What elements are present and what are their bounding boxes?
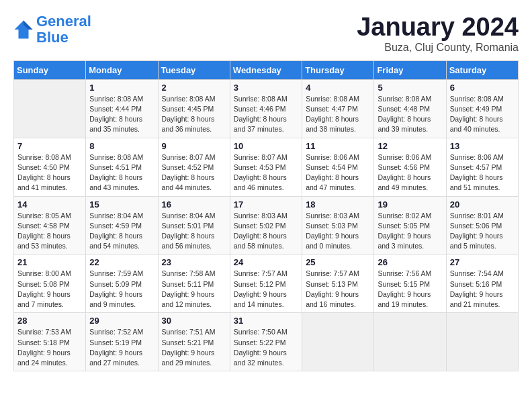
calendar-cell: 26Sunrise: 7:56 AMSunset: 5:15 PMDayligh… [374,255,446,313]
day-info: Sunrise: 8:08 AMSunset: 4:49 PMDaylight:… [450,94,515,135]
day-info: Sunrise: 7:53 AMSunset: 5:18 PMDaylight:… [17,327,82,368]
day-number: 21 [17,257,82,267]
weekday-header-sunday: Sunday [14,60,86,79]
day-info: Sunrise: 8:08 AMSunset: 4:45 PMDaylight:… [162,94,226,135]
day-number: 1 [89,83,154,93]
calendar-week-3: 14Sunrise: 8:05 AMSunset: 4:58 PMDayligh… [14,196,519,255]
day-info: Sunrise: 8:02 AMSunset: 5:05 PMDaylight:… [378,211,442,252]
day-info: Sunrise: 8:03 AMSunset: 5:02 PMDaylight:… [234,211,298,252]
calendar-cell: 15Sunrise: 8:04 AMSunset: 4:59 PMDayligh… [86,196,158,255]
day-info: Sunrise: 7:50 AMSunset: 5:22 PMDaylight:… [234,327,298,368]
logo-text: General Blue [36,13,91,46]
weekday-row: SundayMondayTuesdayWednesdayThursdayFrid… [14,60,519,79]
day-number: 25 [306,257,370,267]
calendar-cell: 23Sunrise: 7:58 AMSunset: 5:11 PMDayligh… [158,255,230,313]
header: General Blue January 2024 Buza, Cluj Cou… [13,13,519,54]
day-number: 26 [378,257,442,267]
calendar-table: SundayMondayTuesdayWednesdayThursdayFrid… [13,60,519,371]
day-info: Sunrise: 7:57 AMSunset: 5:12 PMDaylight:… [234,269,298,310]
calendar-week-1: 1Sunrise: 8:08 AMSunset: 4:44 PMDaylight… [14,79,519,138]
day-info: Sunrise: 8:03 AMSunset: 5:03 PMDaylight:… [306,211,370,252]
calendar-cell: 29Sunrise: 7:52 AMSunset: 5:19 PMDayligh… [86,313,158,371]
location-title: Buza, Cluj County, Romania [357,42,519,54]
day-info: Sunrise: 8:08 AMSunset: 4:51 PMDaylight:… [89,152,154,193]
day-info: Sunrise: 8:06 AMSunset: 4:57 PMDaylight:… [450,152,515,193]
day-number: 27 [450,257,515,267]
calendar-week-5: 28Sunrise: 7:53 AMSunset: 5:18 PMDayligh… [14,313,519,371]
day-info: Sunrise: 7:56 AMSunset: 5:15 PMDaylight:… [378,269,442,310]
day-info: Sunrise: 8:04 AMSunset: 5:01 PMDaylight:… [162,211,226,252]
calendar-cell: 12Sunrise: 8:06 AMSunset: 4:56 PMDayligh… [374,138,446,196]
calendar-cell [374,313,446,371]
day-info: Sunrise: 8:05 AMSunset: 4:58 PMDaylight:… [17,211,82,252]
day-number: 23 [162,257,226,267]
day-info: Sunrise: 8:00 AMSunset: 5:08 PMDaylight:… [17,269,82,310]
day-info: Sunrise: 8:07 AMSunset: 4:52 PMDaylight:… [162,152,226,193]
calendar-cell: 3Sunrise: 8:08 AMSunset: 4:46 PMDaylight… [230,79,302,138]
day-number: 9 [162,141,226,151]
calendar-cell: 31Sunrise: 7:50 AMSunset: 5:22 PMDayligh… [230,313,302,371]
day-number: 5 [378,83,442,93]
day-number: 31 [234,316,298,326]
day-number: 16 [162,199,226,210]
day-number: 8 [89,141,154,151]
logo-icon [13,19,34,40]
day-number: 12 [378,141,442,151]
calendar-cell: 19Sunrise: 8:02 AMSunset: 5:05 PMDayligh… [374,196,446,255]
day-info: Sunrise: 8:08 AMSunset: 4:48 PMDaylight:… [378,94,442,135]
calendar-cell: 14Sunrise: 8:05 AMSunset: 4:58 PMDayligh… [14,196,86,255]
day-number: 29 [89,316,154,326]
day-info: Sunrise: 7:52 AMSunset: 5:19 PMDaylight:… [89,327,154,368]
day-info: Sunrise: 8:04 AMSunset: 4:59 PMDaylight:… [89,211,154,252]
day-number: 7 [17,141,82,151]
day-number: 24 [234,257,298,267]
day-number: 13 [450,141,515,151]
day-number: 18 [306,199,370,210]
calendar-cell: 2Sunrise: 8:08 AMSunset: 4:45 PMDaylight… [158,79,230,138]
calendar-week-4: 21Sunrise: 8:00 AMSunset: 5:08 PMDayligh… [14,255,519,313]
day-number: 2 [162,83,226,93]
day-number: 30 [162,316,226,326]
day-info: Sunrise: 7:58 AMSunset: 5:11 PMDaylight:… [162,269,226,310]
calendar-cell: 20Sunrise: 8:01 AMSunset: 5:06 PMDayligh… [446,196,518,255]
calendar-cell: 21Sunrise: 8:00 AMSunset: 5:08 PMDayligh… [14,255,86,313]
calendar-cell [302,313,374,371]
title-section: January 2024 Buza, Cluj County, Romania [357,13,519,54]
calendar-cell: 25Sunrise: 7:57 AMSunset: 5:13 PMDayligh… [302,255,374,313]
calendar-header: SundayMondayTuesdayWednesdayThursdayFrid… [14,60,519,79]
calendar-cell: 7Sunrise: 8:08 AMSunset: 4:50 PMDaylight… [14,138,86,196]
day-number: 19 [378,199,442,210]
day-number: 20 [450,199,515,210]
calendar-cell: 24Sunrise: 7:57 AMSunset: 5:12 PMDayligh… [230,255,302,313]
calendar-week-2: 7Sunrise: 8:08 AMSunset: 4:50 PMDaylight… [14,138,519,196]
day-number: 14 [17,199,82,210]
day-number: 11 [306,141,370,151]
calendar-cell: 22Sunrise: 7:59 AMSunset: 5:09 PMDayligh… [86,255,158,313]
day-info: Sunrise: 8:07 AMSunset: 4:53 PMDaylight:… [234,152,298,193]
day-number: 22 [89,257,154,267]
day-info: Sunrise: 8:08 AMSunset: 4:47 PMDaylight:… [306,94,370,135]
calendar-cell [14,79,86,138]
day-info: Sunrise: 7:54 AMSunset: 5:16 PMDaylight:… [450,269,515,310]
day-number: 15 [89,199,154,210]
month-title: January 2024 [357,13,519,42]
weekday-header-saturday: Saturday [446,60,518,79]
calendar-cell: 10Sunrise: 8:07 AMSunset: 4:53 PMDayligh… [230,138,302,196]
logo: General Blue [13,13,91,46]
calendar-cell: 13Sunrise: 8:06 AMSunset: 4:57 PMDayligh… [446,138,518,196]
day-number: 17 [234,199,298,210]
day-number: 6 [450,83,515,93]
calendar-cell: 16Sunrise: 8:04 AMSunset: 5:01 PMDayligh… [158,196,230,255]
calendar-cell: 30Sunrise: 7:51 AMSunset: 5:21 PMDayligh… [158,313,230,371]
day-info: Sunrise: 8:01 AMSunset: 5:06 PMDaylight:… [450,211,515,252]
weekday-header-tuesday: Tuesday [158,60,230,79]
day-info: Sunrise: 8:08 AMSunset: 4:50 PMDaylight:… [17,152,82,193]
calendar-cell: 9Sunrise: 8:07 AMSunset: 4:52 PMDaylight… [158,138,230,196]
calendar-cell: 18Sunrise: 8:03 AMSunset: 5:03 PMDayligh… [302,196,374,255]
weekday-header-monday: Monday [86,60,158,79]
day-number: 28 [17,316,82,326]
calendar-cell [446,313,518,371]
day-info: Sunrise: 7:51 AMSunset: 5:21 PMDaylight:… [162,327,226,368]
calendar-cell: 27Sunrise: 7:54 AMSunset: 5:16 PMDayligh… [446,255,518,313]
calendar-cell: 1Sunrise: 8:08 AMSunset: 4:44 PMDaylight… [86,79,158,138]
